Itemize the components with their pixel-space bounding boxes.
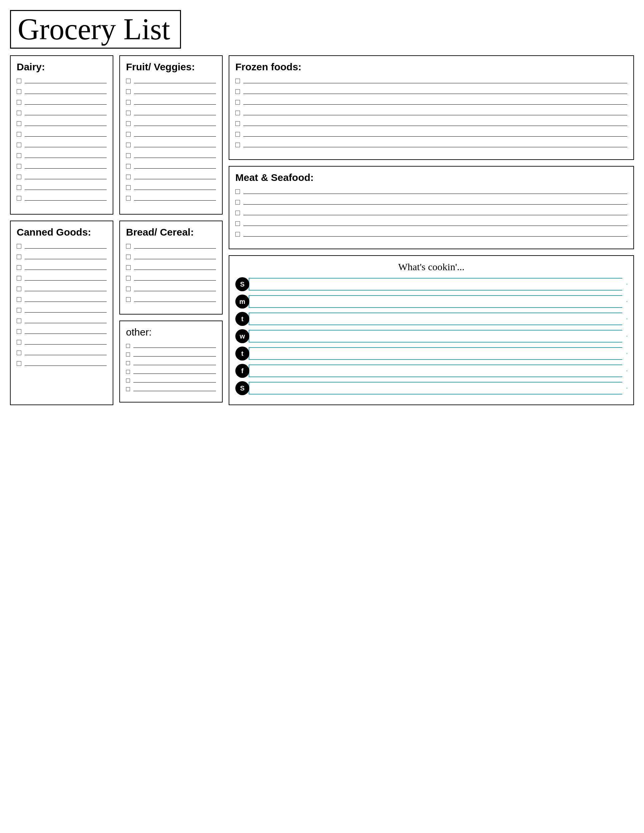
- day-row-sunday2: S: [235, 381, 627, 395]
- ms-line-3: [235, 211, 627, 215]
- fv-line-7: [126, 143, 216, 147]
- ms-line-4: [235, 221, 627, 226]
- ms-line-1: [235, 189, 627, 194]
- dairy-line-2: [17, 89, 107, 94]
- day-row-sunday1: S: [235, 277, 627, 291]
- dairy-title: Dairy:: [17, 61, 107, 72]
- dairy-checkbox-1[interactable]: [17, 79, 21, 83]
- dairy-checkbox-7[interactable]: [17, 143, 21, 147]
- day-circle-f: f: [235, 364, 250, 378]
- bc-line-1: [126, 244, 216, 249]
- ot-line-5: [126, 378, 216, 383]
- day-arrow-s1[interactable]: [249, 278, 627, 291]
- ff-line-2: [235, 89, 627, 94]
- day-arrow-s2[interactable]: [249, 382, 627, 394]
- ot-line-2: [126, 352, 216, 357]
- frozen-foods-section: Frozen foods:: [229, 55, 634, 160]
- day-row-friday: f: [235, 364, 627, 378]
- fv-line-6: [126, 132, 216, 137]
- day-arrow-f[interactable]: [249, 365, 627, 377]
- cg-line-5: [17, 286, 107, 291]
- title-box: Grocery List: [10, 10, 181, 49]
- dairy-line-1: [17, 79, 107, 83]
- fv-line-5: [126, 121, 216, 126]
- cg-line-11: [17, 351, 107, 355]
- ot-line-3: [126, 361, 216, 365]
- day-circle-t2: t: [235, 347, 250, 360]
- main-grid: Dairy: Fruit/ Veggies:: [10, 55, 634, 405]
- fv-line-11: [126, 185, 216, 190]
- ms-line-5: [235, 232, 627, 236]
- dairy-line-9: [17, 164, 107, 169]
- fv-line-2: [126, 89, 216, 94]
- day-circle-s1: S: [235, 277, 250, 291]
- fv-line-4: [126, 111, 216, 115]
- cg-line-1: [17, 244, 107, 249]
- dairy-line-4: [17, 111, 107, 115]
- bread-cereal-title: Bread/ Cereal:: [126, 227, 216, 238]
- whats-cookin-section: What's cookin'... S m t w: [229, 255, 634, 405]
- dairy-checkbox-11[interactable]: [17, 185, 21, 190]
- day-row-monday: m: [235, 294, 627, 309]
- ff-line-6: [235, 132, 627, 137]
- cg-line-8: [17, 318, 107, 323]
- dairy-line-6: [17, 132, 107, 137]
- day-arrow-t1[interactable]: [249, 312, 627, 325]
- bc-line-5: [126, 286, 216, 291]
- cookin-title: What's cookin'...: [235, 261, 627, 273]
- bread-cereal-section: Bread/ Cereal:: [119, 220, 223, 315]
- dairy-checkbox-8[interactable]: [17, 153, 21, 158]
- meat-seafood-title: Meat & Seafood:: [235, 172, 627, 183]
- ot-line-6: [126, 387, 216, 391]
- cg-line-2: [17, 254, 107, 259]
- fv-line-9: [126, 164, 216, 169]
- canned-goods-title: Canned Goods:: [17, 227, 107, 238]
- day-row-thursday: t: [235, 347, 627, 360]
- cg-line-10: [17, 340, 107, 344]
- dairy-line-5: [17, 121, 107, 126]
- day-row-wednesday: w: [235, 329, 627, 343]
- dairy-line-3: [17, 100, 107, 105]
- mid-bottom-col: Bread/ Cereal: other:: [119, 220, 223, 405]
- dairy-checkbox-12[interactable]: [17, 196, 21, 201]
- fv-line-1: [126, 79, 216, 83]
- frozen-foods-title: Frozen foods:: [235, 61, 627, 72]
- canned-goods-section: Canned Goods:: [10, 220, 113, 405]
- dairy-checkbox-6[interactable]: [17, 132, 21, 137]
- day-row-tuesday: t: [235, 312, 627, 326]
- day-circle-t1: t: [235, 312, 250, 326]
- page: Grocery List Dairy: Fruit/ Veggies:: [10, 10, 634, 823]
- bc-line-2: [126, 254, 216, 259]
- dairy-checkbox-10[interactable]: [17, 175, 21, 179]
- bc-line-3: [126, 265, 216, 270]
- dairy-line-10: [17, 175, 107, 179]
- dairy-checkbox-3[interactable]: [17, 100, 21, 105]
- cg-line-3: [17, 265, 107, 270]
- dairy-checkbox-4[interactable]: [17, 111, 21, 115]
- day-arrow-t2[interactable]: [249, 347, 627, 360]
- cg-line-9: [17, 329, 107, 334]
- day-arrow-m[interactable]: [249, 295, 627, 308]
- ff-line-4: [235, 111, 627, 115]
- dairy-checkbox-9[interactable]: [17, 164, 21, 169]
- day-circle-m: m: [235, 294, 250, 309]
- day-circle-w: w: [235, 329, 250, 343]
- dairy-checkbox-5[interactable]: [17, 121, 21, 126]
- page-title: Grocery List: [18, 13, 170, 46]
- ot-line-4: [126, 370, 216, 374]
- cg-line-6: [17, 297, 107, 302]
- fruit-veggies-section: Fruit/ Veggies:: [119, 55, 223, 215]
- bc-line-4: [126, 276, 216, 281]
- dairy-checkbox-2[interactable]: [17, 89, 21, 94]
- other-section: other:: [119, 320, 223, 402]
- fv-line-3: [126, 100, 216, 105]
- cg-line-12: [17, 361, 107, 366]
- cg-line-4: [17, 276, 107, 281]
- dairy-line-11: [17, 185, 107, 190]
- dairy-line-8: [17, 153, 107, 158]
- ot-line-1: [126, 344, 216, 348]
- fv-line-10: [126, 175, 216, 179]
- day-arrow-w[interactable]: [249, 330, 627, 343]
- ms-line-2: [235, 200, 627, 204]
- other-title: other:: [126, 326, 216, 338]
